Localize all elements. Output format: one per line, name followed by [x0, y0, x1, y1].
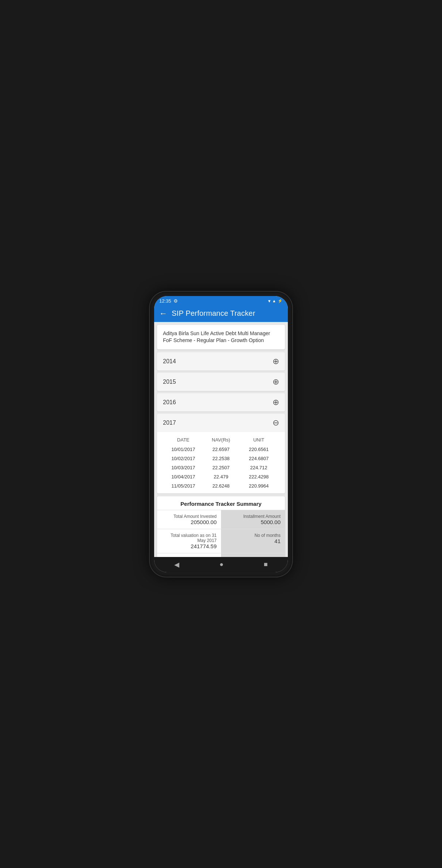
back-button[interactable]: ← — [159, 309, 167, 318]
summary-cell-cagr: Weg. CAGR 9.79 — [157, 553, 221, 557]
cell-date-5: 11/05/2017 — [164, 483, 202, 489]
header-nav: NAV(Rs) — [202, 437, 240, 443]
summary-row-1: Total Amount Invested 205000.00 Installm… — [157, 510, 285, 529]
status-bar: 12:35 ⚙ ▾ ▲ ⚡ — [154, 296, 288, 305]
signal-icon: ▲ — [272, 299, 276, 303]
cell-unit-1: 220.6561 — [240, 447, 278, 452]
phone-frame: 12:35 ⚙ ▾ ▲ ⚡ ← SIP Performance Tracker … — [150, 292, 292, 577]
summary-title: Performance Tracker Summary — [157, 496, 285, 510]
app-bar: ← SIP Performance Tracker — [154, 305, 288, 322]
accordion-header-2016[interactable]: 2016 ⊕ — [157, 393, 285, 412]
cell-unit-3: 224.712 — [240, 465, 278, 470]
cell-date-1: 10/01/2017 — [164, 447, 202, 452]
cell-date-2: 10/02/2017 — [164, 456, 202, 461]
accordion-year-2016: 2016 — [163, 399, 176, 406]
accordion-year-2015: 2015 — [163, 379, 176, 385]
cell-nav-1: 22.6597 — [202, 447, 240, 452]
accordion-item-2015: 2015 ⊕ — [157, 373, 285, 391]
label-total-invested: Total Amount Invested — [161, 514, 217, 519]
summary-cell-installment: Installment Amount 5000.00 — [221, 510, 285, 529]
value-installment: 5000.00 — [225, 519, 281, 525]
accordion-header-2014[interactable]: 2014 ⊕ — [157, 352, 285, 371]
phone-screen: 12:35 ⚙ ▾ ▲ ⚡ ← SIP Performance Tracker … — [154, 296, 288, 572]
summary-section: Performance Tracker Summary Total Amount… — [157, 496, 285, 557]
label-installment: Installment Amount — [225, 514, 281, 519]
year-table-2017: DATE NAV(Rs) UNIT 10/01/2017 22.6597 220… — [157, 432, 285, 493]
summary-cell-return: Return Absolute 17.94 — [221, 553, 285, 557]
table-row: 10/04/2017 22.479 222.4298 — [157, 472, 285, 481]
summary-cell-months: No of months 41 — [221, 529, 285, 553]
cell-unit-4: 222.4298 — [240, 474, 278, 480]
cell-date-3: 10/03/2017 — [164, 465, 202, 470]
cell-nav-4: 22.479 — [202, 474, 240, 480]
status-right: ▾ ▲ ⚡ — [268, 298, 283, 304]
accordion-header-2017[interactable]: 2017 ⊖ — [157, 414, 285, 432]
status-time: 12:35 — [159, 298, 171, 304]
cell-nav-2: 22.2538 — [202, 456, 240, 461]
expand-icon-2015: ⊕ — [273, 378, 279, 386]
accordion-item-2016: 2016 ⊕ — [157, 393, 285, 412]
accordion-header-2015[interactable]: 2015 ⊕ — [157, 373, 285, 391]
value-months: 41 — [225, 538, 281, 544]
battery-icon: ⚡ — [278, 299, 283, 303]
summary-row-3: Weg. CAGR 9.79 Return Absolute 17.94 — [157, 553, 285, 557]
summary-cell-invested: Total Amount Invested 205000.00 — [157, 510, 221, 529]
accordion-year-2014: 2014 — [163, 358, 176, 365]
collapse-icon-2017: ⊖ — [273, 419, 279, 427]
accordion-item-2017: 2017 ⊖ DATE NAV(Rs) UNIT 10/01/2017 22.6… — [157, 414, 285, 493]
expand-icon-2014: ⊕ — [273, 357, 279, 365]
cell-unit-5: 220.9964 — [240, 483, 278, 489]
fund-card: Aditya Birla Sun Life Active Debt Multi … — [157, 325, 285, 349]
table-row: 10/03/2017 22.2507 224.712 — [157, 463, 285, 472]
app-title: SIP Performance Tracker — [172, 309, 255, 318]
cell-date-4: 10/04/2017 — [164, 474, 202, 480]
status-left: 12:35 ⚙ — [159, 298, 178, 304]
nav-recent-button[interactable]: ■ — [264, 561, 268, 568]
accordion-item-2014: 2014 ⊕ — [157, 352, 285, 371]
header-unit: UNIT — [240, 437, 278, 443]
label-months: No of months — [225, 533, 281, 538]
fund-name: Aditya Birla Sun Life Active Debt Multi … — [163, 330, 270, 344]
settings-icon: ⚙ — [174, 298, 178, 304]
table-row: 11/05/2017 22.6248 220.9964 — [157, 481, 285, 490]
table-header-row: DATE NAV(Rs) UNIT — [157, 435, 285, 445]
value-valuation: 241774.59 — [161, 543, 217, 549]
value-total-invested: 205000.00 — [161, 519, 217, 525]
nav-home-button[interactable]: ● — [220, 561, 224, 568]
summary-cell-valuation: Total valuation as on 31 May 2017 241774… — [157, 529, 221, 553]
table-row: 10/02/2017 22.2538 224.6807 — [157, 454, 285, 463]
cell-unit-2: 224.6807 — [240, 456, 278, 461]
header-date: DATE — [164, 437, 202, 443]
table-row: 10/01/2017 22.6597 220.6561 — [157, 445, 285, 454]
accordion-year-2017: 2017 — [163, 420, 176, 426]
cell-nav-3: 22.2507 — [202, 465, 240, 470]
expand-icon-2016: ⊕ — [273, 398, 279, 406]
nav-bar: ◀ ● ■ — [154, 557, 288, 572]
main-content: Aditya Birla Sun Life Active Debt Multi … — [154, 322, 288, 557]
accordion-container: 2014 ⊕ 2015 ⊕ 2016 ⊕ — [157, 352, 285, 493]
nav-back-button[interactable]: ◀ — [174, 561, 179, 569]
summary-row-2: Total valuation as on 31 May 2017 241774… — [157, 529, 285, 553]
cell-nav-5: 22.6248 — [202, 483, 240, 489]
label-valuation: Total valuation as on 31 May 2017 — [161, 533, 217, 543]
wifi-icon: ▾ — [268, 298, 271, 304]
